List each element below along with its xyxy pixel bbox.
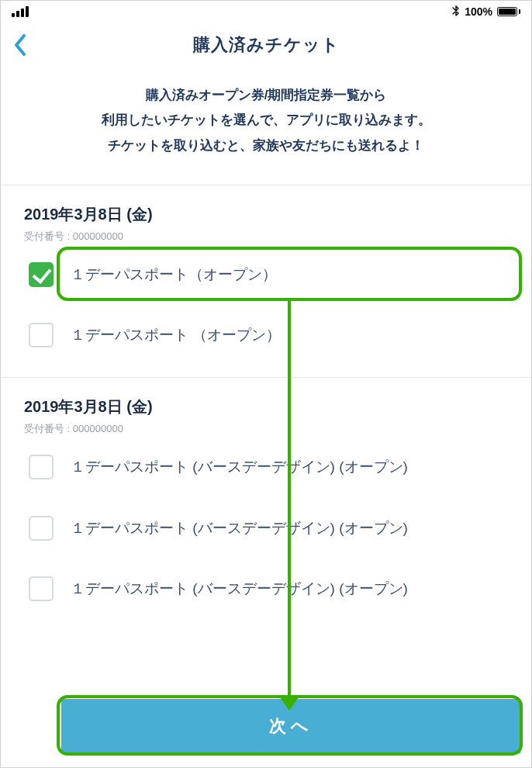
- ticket-row[interactable]: １デーパスポート (バースデーデザイン) (オープン): [24, 558, 508, 618]
- page-title: 購入済みチケット: [193, 33, 340, 57]
- battery-percent: 100%: [465, 5, 492, 18]
- ticket-row[interactable]: １デーパスポート (バースデーデザイン) (オープン): [24, 497, 508, 558]
- signal-icon: [12, 6, 29, 17]
- checkbox-unchecked-icon[interactable]: [29, 576, 54, 601]
- section-date: 2019年3月8日 (金): [24, 396, 508, 417]
- checkbox-unchecked-icon[interactable]: [29, 516, 54, 541]
- checkbox-unchecked-icon[interactable]: [29, 455, 54, 479]
- next-button[interactable]: 次へ: [61, 699, 520, 753]
- ticket-label: １デーパスポート (バースデーデザイン) (オープン): [71, 514, 408, 541]
- ticket-row[interactable]: １デーパスポート （オープン）: [24, 304, 508, 365]
- battery-icon: [497, 7, 520, 16]
- ticket-label: １デーパスポート (バースデーデザイン) (オープン): [71, 575, 408, 601]
- bluetooth-icon: [452, 5, 460, 19]
- ticket-row[interactable]: １デーパスポート (バースデーデザイン) (オープン): [24, 436, 508, 496]
- ticket-section: 2019年3月8日 (金) 受付番号000000000 １デーパスポート (バー…: [1, 377, 531, 623]
- description-text: 購入済みオープン券/期間指定券一覧から 利用したいチケットを選んで、アプリに取り…: [1, 67, 531, 185]
- ticket-label: １デーパスポート (バースデーデザイン) (オープン): [71, 453, 408, 479]
- checkbox-unchecked-icon[interactable]: [29, 323, 54, 348]
- receipt-number: 受付番号000000000: [24, 230, 508, 244]
- ticket-row[interactable]: １デーパスポート（オープン）: [24, 244, 508, 304]
- status-bar: 100%: [1, 1, 531, 22]
- section-date: 2019年3月8日 (金): [24, 204, 508, 225]
- ticket-label: １デーパスポート（オープン）: [71, 261, 277, 287]
- ticket-section: 2019年3月8日 (金) 受付番号000000000 １デーパスポート（オープ…: [1, 185, 531, 370]
- checkbox-checked-icon[interactable]: [29, 262, 54, 287]
- ticket-label: １デーパスポート （オープン）: [71, 321, 281, 348]
- back-button[interactable]: [13, 33, 27, 57]
- nav-header: 購入済みチケット: [1, 22, 531, 67]
- receipt-number: 受付番号000000000: [24, 422, 508, 436]
